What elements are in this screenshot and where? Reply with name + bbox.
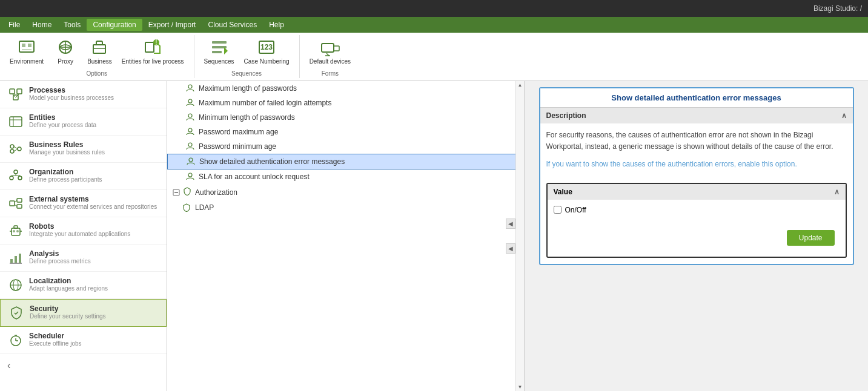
svg-point-49 (13, 230, 15, 232)
security-icon (8, 304, 25, 321)
svg-rect-43 (17, 199, 22, 202)
detail-card: Show detailed authentication error messa… (539, 87, 854, 265)
tree-item-label: SLA for an account unlock request (199, 172, 310, 181)
svg-rect-12 (212, 41, 227, 44)
entities-icon (7, 113, 24, 130)
tree-item-min-length-passwords[interactable]: Minimum length of passwords (167, 110, 524, 125)
external-systems-text: External systems Connect your external s… (29, 195, 157, 210)
detail-panel: Show detailed authentication error messa… (525, 81, 868, 391)
tree-item-max-length-passwords[interactable]: Maximum length of passwords (167, 81, 524, 96)
menu-home[interactable]: Home (26, 19, 58, 31)
organization-icon (7, 168, 24, 185)
processes-icon (7, 86, 24, 103)
default-devices-label: Default devices (310, 58, 351, 65)
menu-cloud-services[interactable]: Cloud Services (202, 19, 263, 31)
tree-group-authorization[interactable]: Authorization (167, 184, 524, 200)
localization-title: Localization (29, 277, 108, 285)
panel-resize-arrows[interactable]: ◀ ◀ (506, 218, 515, 254)
svg-line-25 (12, 94, 16, 97)
svg-rect-1 (22, 44, 25, 47)
svg-rect-22 (10, 89, 15, 94)
expand-right-arrow[interactable]: ◀ (506, 218, 515, 229)
tree-user-icon2 (185, 98, 195, 108)
sidebar-item-scheduler[interactable]: Scheduler Execute offline jobs (0, 327, 167, 354)
external-systems-desc: Connect your external services and repos… (29, 203, 157, 210)
tree-item-label: Maximum length of passwords (199, 84, 297, 93)
sidebar-collapse-btn[interactable]: ‹ (0, 354, 167, 377)
svg-rect-42 (10, 201, 15, 206)
tree-item-sla-account-unlock[interactable]: SLA for an account unlock request (167, 169, 524, 184)
tree-scrollbar[interactable]: ▲ ▼ (515, 81, 524, 391)
svg-rect-19 (334, 46, 339, 51)
tree-item-label: Password maximum age (199, 128, 278, 136)
scroll-down-arrow[interactable]: ▼ (517, 383, 524, 391)
menu-tools[interactable]: Tools (58, 19, 87, 31)
svg-rect-7 (93, 45, 105, 53)
tree-item-ldap[interactable]: LDAP (167, 200, 524, 215)
localization-desc: Adapt languages and regions (29, 285, 108, 292)
sidebar-item-robots[interactable]: Robots Integrate your automated applicat… (0, 217, 167, 245)
update-button[interactable]: Update (787, 230, 835, 246)
menu-bar: File Home Tools Configuration Export / I… (0, 17, 868, 33)
svg-line-33 (14, 146, 18, 149)
description-text1: For security reasons, the causes of auth… (546, 130, 847, 153)
svg-rect-0 (19, 41, 34, 52)
environment-label: Environment (10, 58, 44, 65)
onoff-checkbox[interactable] (554, 206, 562, 214)
svg-point-70 (188, 173, 192, 177)
tree-auth-icon (183, 187, 191, 197)
svg-point-69 (189, 158, 193, 162)
sidebar-item-processes[interactable]: Processes Model your business processes (0, 81, 167, 108)
forms-group-label: Forms (300, 70, 360, 77)
description-header: Description ∧ (540, 108, 853, 123)
tree-item-password-min-age[interactable]: Password minimum age (167, 139, 524, 154)
scheduler-desc: Execute offline jobs (29, 340, 82, 347)
robots-title: Robots (29, 222, 130, 231)
menu-help[interactable]: Help (263, 19, 290, 31)
value-header-label: Value (554, 188, 572, 196)
scheduler-icon (7, 332, 24, 349)
processes-title: Processes (29, 86, 114, 94)
description-body: For security reasons, the causes of auth… (540, 123, 853, 177)
tree-item-password-max-age[interactable]: Password maximum age (167, 125, 524, 139)
sidebar-item-external-systems[interactable]: External systems Connect your external s… (0, 190, 167, 217)
entities-text: Entities Define your process data (29, 113, 96, 128)
entities-desc: Define your process data (29, 122, 96, 128)
scroll-up-arrow[interactable]: ▲ (517, 81, 524, 89)
toolbar-group-sequences: Sequences 123 Case Numbering Sequences (194, 35, 300, 78)
svg-rect-55 (19, 254, 21, 263)
tree-item-label: Minimum length of passwords (199, 113, 295, 122)
sidebar-item-entities[interactable]: Entities Define your process data (0, 108, 167, 136)
detail-card-title: Show detailed authentication error messa… (540, 88, 853, 107)
default-devices-icon (320, 38, 340, 57)
sidebar-item-organization[interactable]: Organization Define process participants (0, 163, 167, 190)
main-area: Processes Model your business processes … (0, 81, 868, 391)
business-rules-title: Business Rules (29, 140, 105, 149)
external-systems-icon (7, 195, 24, 212)
expand-left-arrow[interactable]: ◀ (506, 243, 515, 254)
analysis-icon (7, 249, 24, 266)
sidebar: Processes Model your business processes … (0, 81, 167, 391)
menu-export-import[interactable]: Export / Import (142, 19, 202, 31)
sidebar-item-localization[interactable]: Localization Adapt languages and regions (0, 272, 167, 299)
sidebar-item-analysis[interactable]: Analysis Define process metrics (0, 245, 167, 272)
description-collapse-icon[interactable]: ∧ (841, 111, 847, 120)
robots-text: Robots Integrate your automated applicat… (29, 222, 130, 237)
processes-text: Processes Model your business processes (29, 86, 114, 101)
business-rules-desc: Manage your business rules (29, 149, 105, 156)
menu-file[interactable]: File (2, 19, 26, 31)
sidebar-item-business-rules[interactable]: Business Rules Manage your business rule… (0, 136, 167, 163)
value-collapse-icon[interactable]: ∧ (834, 188, 840, 196)
toolbar-group-forms: Default devices Forms (300, 35, 360, 78)
tree-item-max-failed-login[interactable]: Maximum number of failed login attempts (167, 96, 524, 110)
tree-item-show-detailed-auth[interactable]: Show detailed authentication error messa… (167, 154, 524, 169)
sidebar-item-security[interactable]: Security Define your security settings (0, 299, 167, 327)
svg-point-65 (188, 99, 192, 103)
entities-title: Entities (29, 113, 96, 122)
title-bar: Bizagi Studio: / (0, 0, 868, 17)
svg-text:!: ! (155, 38, 157, 47)
svg-point-37 (18, 176, 22, 180)
menu-configuration[interactable]: Configuration (87, 19, 142, 31)
svg-point-30 (10, 145, 14, 148)
onoff-checkbox-row: On/Off (554, 206, 840, 214)
